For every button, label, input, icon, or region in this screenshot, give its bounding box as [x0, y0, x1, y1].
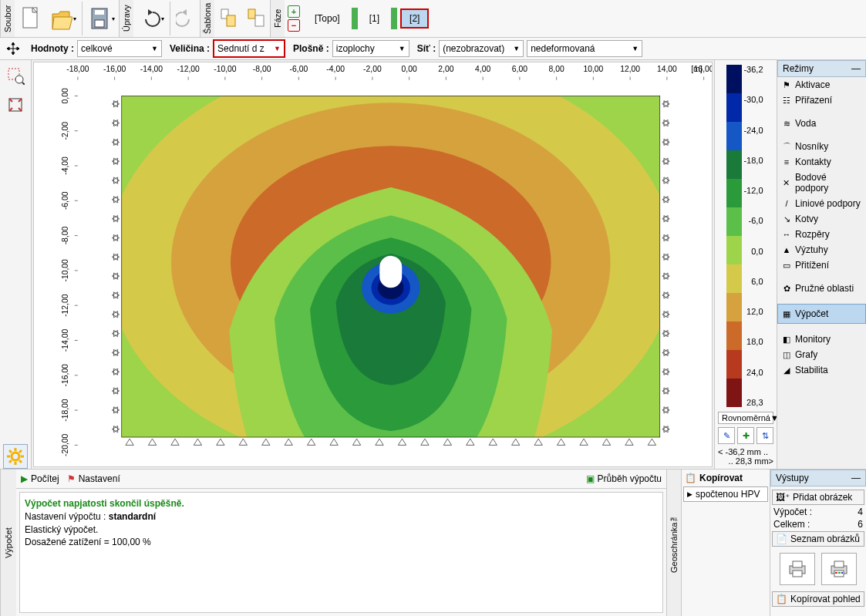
svg-line-10 — [22, 82, 25, 85]
deform-select[interactable]: nedeformovaná▼ — [527, 40, 642, 57]
progress-link[interactable]: ▣Průběh výpočtu — [586, 473, 662, 484]
mesh-label: Síť : — [417, 43, 436, 54]
mode-icon: ☷ — [781, 95, 792, 106]
mode-icon: ✕ — [781, 177, 792, 188]
settings-link[interactable]: ⚑Nastavení — [67, 473, 120, 484]
surface-select[interactable]: izoplochy▼ — [332, 40, 409, 57]
phase-1[interactable]: [1] — [361, 9, 388, 28]
mode-icon: ▲ — [781, 244, 792, 255]
pan-tool-button[interactable] — [3, 39, 23, 59]
redo-button[interactable] — [174, 2, 198, 35]
legend-value: -6,0 — [743, 216, 763, 225]
legend-scale-select[interactable]: Rovnoměrná▼ — [718, 412, 773, 424]
legend-tool-wrench[interactable]: ✎ — [718, 427, 735, 444]
mode-item-bodovpodpory[interactable]: ✕Bodové podpory — [777, 170, 866, 196]
template-tab[interactable]: Šablona — [200, 0, 214, 37]
phase-2[interactable]: [2] — [400, 8, 429, 29]
template-button-2[interactable] — [244, 2, 268, 35]
top-toolbar: Soubor ▾ ▾ Úpravy ▾ Šablona Fáze + − [To… — [0, 0, 866, 38]
svg-text:-2,00: -2,00 — [363, 65, 382, 73]
template-button-1[interactable] — [216, 2, 241, 35]
svg-text:-10,00: -10,00 — [61, 259, 69, 282]
mode-label: Aktivace — [795, 79, 830, 90]
file-tab[interactable]: Soubor — [0, 0, 15, 37]
mesh-select[interactable]: (nezobrazovat)▼ — [439, 40, 524, 57]
svg-line-19 — [19, 450, 22, 453]
svg-text:-18,00: -18,00 — [61, 399, 69, 422]
mode-label: Výpočet — [795, 308, 828, 319]
clipboard-tab[interactable]: Geoschránka™ — [666, 470, 682, 616]
mode-item-nosnky[interactable]: ⌒Nosníky — [777, 139, 866, 154]
quantity-select[interactable]: Sednutí d z▼ — [213, 39, 285, 58]
new-file-button[interactable] — [16, 2, 44, 35]
svg-text:-12,00: -12,00 — [61, 294, 69, 317]
svg-point-9 — [15, 76, 23, 83]
settings-button[interactable] — [3, 444, 28, 469]
phase-topo[interactable]: [Topo] — [306, 9, 349, 28]
print-bw-button[interactable] — [780, 553, 815, 585]
mode-item-vpoet[interactable]: ▦Výpočet — [777, 304, 866, 324]
legend-value: 12,0 — [743, 307, 763, 316]
options-bar: Hodnoty : celkové▼ Veličina : Sednutí d … — [0, 38, 866, 60]
compute-button[interactable]: ▶Počítej — [21, 473, 59, 484]
mode-item-grafy[interactable]: ◫Grafy — [777, 347, 866, 362]
mode-item-stabilita[interactable]: ◢Stabilita — [777, 362, 866, 378]
svg-text:0,00: 0,00 — [402, 65, 417, 73]
svg-line-20 — [9, 460, 12, 463]
legend-tool-flip[interactable]: ⇅ — [756, 427, 773, 444]
mode-item-vztuhy[interactable]: ▲Výztuhy — [777, 242, 866, 258]
mode-item-piten[interactable]: ▭Přitížení — [777, 258, 866, 273]
svg-text:-14,00: -14,00 — [61, 329, 69, 352]
mode-item-rozpry[interactable]: ↔Rozpěry — [777, 227, 866, 242]
mode-item-kotvy[interactable]: ↘Kotvy — [777, 211, 866, 227]
save-button[interactable]: ▾ — [86, 2, 117, 35]
svg-line-18 — [19, 460, 22, 463]
modes-header: Režimy— — [777, 60, 866, 77]
outputs-header: Výstupy— — [770, 470, 866, 486]
minimize-icon[interactable]: — — [851, 63, 861, 74]
edit-tab[interactable]: Úpravy — [119, 0, 133, 37]
mode-item-prunoblasti[interactable]: ✿Pružné oblasti — [777, 281, 866, 296]
mode-item-piazen[interactable]: ☷Přiřazení — [777, 93, 866, 108]
print-color-button[interactable] — [821, 553, 857, 585]
undo-button[interactable]: ▾ — [135, 2, 167, 35]
svg-text:4,00: 4,00 — [475, 65, 490, 73]
open-file-button[interactable]: ▾ — [47, 2, 79, 35]
add-image-button[interactable]: 🖼⁺Přidat obrázek — [772, 490, 864, 505]
copy-hpv-button[interactable]: ▶spočtenou HPV — [683, 486, 768, 502]
phase-separator-icon — [352, 8, 358, 29]
svg-rect-6 — [248, 9, 255, 19]
model-viewport[interactable]: -18,00-16,00-14,00-12,00-10,00-8,00-6,00… — [33, 62, 713, 467]
svg-rect-7 — [255, 15, 264, 26]
add-phase-button[interactable]: + — [288, 5, 300, 18]
mode-item-monitory[interactable]: ◧Monitory — [777, 332, 866, 347]
fit-view-button[interactable] — [3, 93, 28, 117]
svg-rect-2 — [95, 20, 104, 27]
mode-label: Voda — [795, 118, 816, 129]
mode-item-voda[interactable]: ≋Voda — [777, 116, 866, 131]
svg-rect-90 — [379, 256, 402, 288]
svg-text:-16,00: -16,00 — [61, 364, 69, 387]
svg-rect-96 — [834, 561, 844, 567]
values-select[interactable]: celkové▼ — [77, 40, 162, 57]
copy-view-button[interactable]: 📋Kopírovat pohled — [772, 591, 864, 607]
zoom-area-button[interactable] — [3, 63, 28, 88]
image-list-button[interactable]: 📄Seznam obrázků — [772, 531, 864, 547]
mode-item-kontakty[interactable]: ≡Kontakty — [777, 154, 866, 170]
svg-text:-10,00: -10,00 — [214, 65, 237, 73]
mode-label: Rozpěry — [795, 229, 830, 240]
phase-tab[interactable]: Fáze — [270, 0, 285, 37]
svg-rect-99 — [838, 572, 841, 574]
minimize-icon[interactable]: — — [851, 473, 861, 483]
legend-tool-add[interactable]: ✚ — [737, 427, 754, 444]
mode-item-aktivace[interactable]: ⚑Aktivace — [777, 77, 866, 93]
mode-icon: ≡ — [781, 157, 792, 167]
calc-tab[interactable]: Výpočet — [0, 470, 16, 616]
svg-rect-98 — [835, 572, 837, 574]
remove-phase-button[interactable]: − — [288, 19, 300, 32]
surface-label: Plošně : — [293, 43, 329, 54]
mode-item-liniovpodpory[interactable]: /Liniové podpory — [777, 196, 866, 211]
svg-text:-8,00: -8,00 — [253, 65, 271, 73]
svg-text:-6,00: -6,00 — [61, 191, 69, 210]
values-label: Hodnoty : — [31, 43, 74, 54]
